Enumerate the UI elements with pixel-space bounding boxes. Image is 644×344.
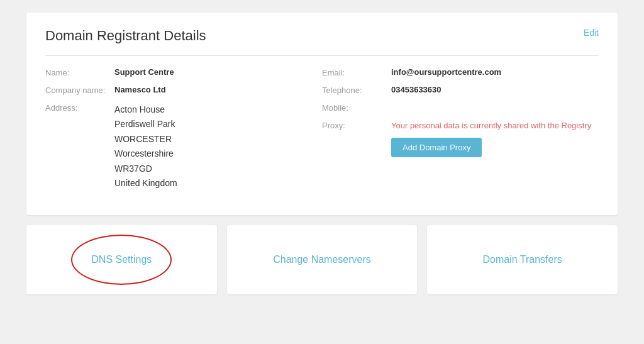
proxy-value-container: Your personal data is currently shared w… bbox=[391, 120, 591, 157]
card-title: Domain Registrant Details bbox=[45, 28, 599, 44]
mobile-label: Mobile: bbox=[322, 103, 391, 113]
dns-settings-label: DNS Settings bbox=[91, 254, 152, 265]
address-label: Address: bbox=[45, 103, 114, 113]
dns-settings-card[interactable]: DNS Settings bbox=[26, 225, 217, 294]
right-column: Email: info@oursupportcentre.com Telepho… bbox=[322, 67, 599, 197]
name-row: Name: Support Centre bbox=[45, 67, 322, 77]
address-line: United Kingdom bbox=[114, 176, 177, 190]
main-container: Domain Registrant Details Edit Name: Sup… bbox=[26, 13, 618, 294]
registrant-details-card: Domain Registrant Details Edit Name: Sup… bbox=[26, 13, 618, 215]
edit-link[interactable]: Edit bbox=[584, 28, 599, 38]
address-line: Perdiswell Park bbox=[114, 117, 177, 131]
company-value: Namesco Ltd bbox=[114, 85, 166, 94]
section-divider bbox=[45, 55, 599, 56]
name-label: Name: bbox=[45, 67, 114, 77]
address-value: Acton HousePerdiswell ParkWORCESTERWorce… bbox=[114, 103, 177, 190]
proxy-warning: Your personal data is currently shared w… bbox=[391, 120, 591, 131]
change-nameservers-label: Change Nameservers bbox=[273, 254, 371, 265]
email-label: Email: bbox=[322, 67, 391, 77]
telephone-label: Telephone: bbox=[322, 85, 391, 95]
mobile-row: Mobile: bbox=[322, 103, 599, 113]
add-domain-proxy-button[interactable]: Add Domain Proxy bbox=[391, 138, 482, 157]
telephone-value: 03453633630 bbox=[391, 85, 441, 94]
address-line: Acton House bbox=[114, 103, 177, 116]
proxy-row: Proxy: Your personal data is currently s… bbox=[322, 120, 599, 157]
proxy-label: Proxy: bbox=[322, 120, 391, 130]
domain-transfers-card[interactable]: Domain Transfers bbox=[427, 225, 618, 294]
action-cards-row: DNS Settings Change Nameservers Domain T… bbox=[26, 225, 618, 294]
address-line: Worcestershire bbox=[114, 147, 177, 160]
email-row: Email: info@oursupportcentre.com bbox=[322, 67, 599, 77]
company-label: Company name: bbox=[45, 85, 114, 95]
details-grid: Name: Support Centre Company name: Names… bbox=[45, 67, 599, 197]
address-row: Address: Acton HousePerdiswell ParkWORCE… bbox=[45, 103, 322, 190]
name-value: Support Centre bbox=[114, 67, 174, 77]
company-row: Company name: Namesco Ltd bbox=[45, 85, 322, 95]
domain-transfers-label: Domain Transfers bbox=[483, 254, 562, 265]
telephone-row: Telephone: 03453633630 bbox=[322, 85, 599, 95]
address-line: WORCESTER bbox=[114, 132, 177, 146]
address-line: WR37GD bbox=[114, 162, 177, 175]
left-column: Name: Support Centre Company name: Names… bbox=[45, 67, 322, 197]
email-value: info@oursupportcentre.com bbox=[391, 67, 501, 77]
change-nameservers-card[interactable]: Change Nameservers bbox=[227, 225, 418, 294]
